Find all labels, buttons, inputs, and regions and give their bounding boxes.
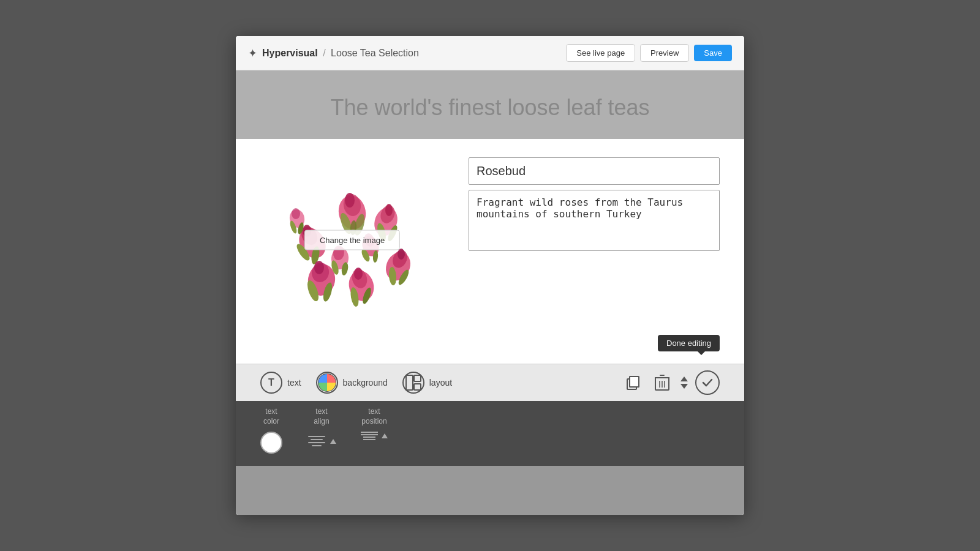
bottom-area bbox=[236, 466, 744, 515]
product-title-input[interactable] bbox=[469, 157, 720, 185]
done-editing-row: Done editing bbox=[260, 335, 720, 351]
toolbar-background-item[interactable]: background bbox=[316, 372, 388, 394]
reorder-arrows[interactable] bbox=[680, 377, 688, 389]
layout-tool-icon bbox=[402, 372, 424, 394]
hero-title: The world's finest loose leaf teas bbox=[248, 95, 732, 121]
sub-toolbar: textcolor textalign textposition bbox=[236, 401, 744, 465]
toolbar-layout-item[interactable]: layout bbox=[402, 372, 452, 394]
svg-point-13 bbox=[385, 204, 393, 216]
preview-button[interactable]: Preview bbox=[640, 44, 689, 62]
position-icon[interactable] bbox=[361, 432, 378, 440]
text-align-group bbox=[307, 432, 336, 451]
header-title: Hypervisual / Loose Tea Selection bbox=[262, 48, 419, 59]
done-button[interactable] bbox=[695, 370, 720, 395]
toolbar-left: T text background bbox=[260, 372, 452, 394]
move-up-arrow[interactable] bbox=[680, 377, 688, 381]
toolbar-layout-label: layout bbox=[429, 378, 452, 388]
text-position-group bbox=[361, 432, 388, 440]
svg-point-23 bbox=[354, 268, 363, 280]
svg-rect-44 bbox=[406, 375, 413, 390]
copy-button[interactable] bbox=[622, 372, 644, 394]
product-row: Change the image Fragrant wild roses fro… bbox=[260, 157, 720, 323]
align-center-icon[interactable] bbox=[307, 432, 326, 451]
page-name: Loose Tea Selection bbox=[331, 48, 419, 58]
text-color-item: textcolor bbox=[260, 407, 282, 453]
svg-rect-49 bbox=[630, 377, 639, 387]
toolbar-background-label: background bbox=[343, 378, 388, 388]
done-editing-tooltip: Done editing bbox=[658, 335, 720, 351]
save-button[interactable]: Save bbox=[694, 45, 732, 61]
hero-section: The world's finest loose leaf teas bbox=[236, 70, 744, 139]
change-image-button[interactable]: Change the image bbox=[304, 230, 400, 250]
toolbar-text-item[interactable]: T text bbox=[260, 372, 301, 394]
image-container: Change the image bbox=[260, 157, 444, 323]
logo-icon: ✦ bbox=[248, 47, 257, 60]
svg-rect-46 bbox=[414, 384, 421, 390]
position-up-button[interactable] bbox=[382, 433, 388, 438]
see-live-page-button[interactable]: See live page bbox=[566, 44, 635, 62]
text-color-swatch[interactable] bbox=[260, 432, 282, 454]
header: ✦ Hypervisual / Loose Tea Selection See … bbox=[236, 36, 744, 70]
svg-point-18 bbox=[314, 261, 324, 274]
text-color-label: textcolor bbox=[263, 407, 279, 426]
move-down-arrow[interactable] bbox=[680, 384, 688, 389]
toolbar: T text background bbox=[236, 364, 744, 401]
product-description-textarea[interactable]: Fragrant wild roses from the Taurus moun… bbox=[469, 190, 720, 251]
header-left: ✦ Hypervisual / Loose Tea Selection bbox=[248, 47, 419, 60]
toolbar-right bbox=[622, 370, 720, 395]
text-tool-icon: T bbox=[260, 372, 282, 394]
header-buttons: See live page Preview Save bbox=[566, 44, 732, 62]
content-section: Change the image Fragrant wild roses fro… bbox=[236, 139, 744, 364]
background-tool-icon bbox=[316, 372, 338, 394]
svg-point-40 bbox=[292, 208, 300, 219]
separator: / bbox=[323, 48, 325, 58]
toolbar-text-label: text bbox=[287, 378, 301, 388]
svg-rect-45 bbox=[414, 375, 421, 381]
text-position-item: textposition bbox=[361, 407, 388, 440]
app-name: Hypervisual bbox=[262, 48, 318, 58]
text-position-label: textposition bbox=[361, 407, 386, 426]
svg-point-2 bbox=[345, 193, 355, 208]
svg-point-28 bbox=[398, 249, 405, 260]
text-align-label: textalign bbox=[314, 407, 329, 426]
text-align-item: textalign bbox=[307, 407, 336, 451]
delete-button[interactable] bbox=[651, 372, 673, 394]
text-fields: Fragrant wild roses from the Taurus moun… bbox=[469, 157, 720, 251]
align-up-button[interactable] bbox=[330, 439, 336, 444]
app-window: ✦ Hypervisual / Loose Tea Selection See … bbox=[236, 36, 744, 514]
